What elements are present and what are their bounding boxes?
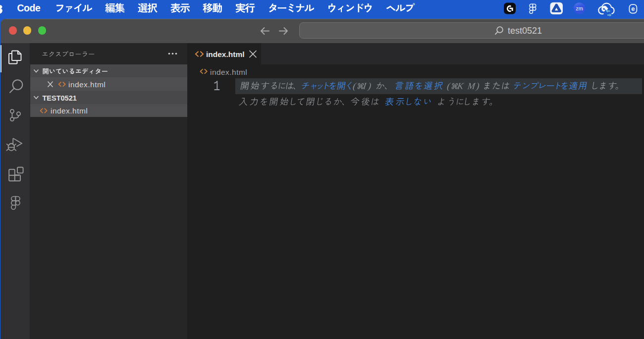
svg-text:e: e [631,5,635,13]
svg-text:zm: zm [576,5,583,11]
